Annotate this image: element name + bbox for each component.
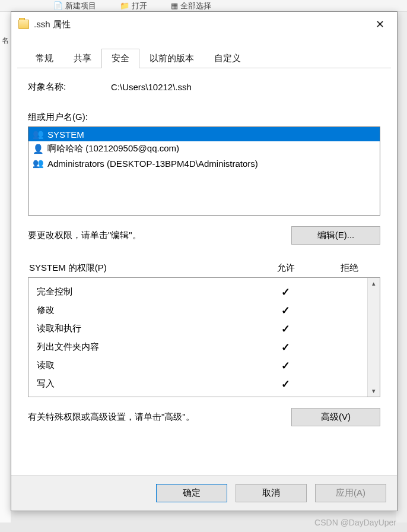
permission-allow: ✓ — [256, 378, 315, 391]
permission-row: 读取✓ — [37, 356, 367, 375]
tab-4[interactable]: 自定义 — [204, 49, 251, 68]
permission-name: 修改 — [37, 305, 256, 316]
security-tab-panel: 对象名称: C:\Users\10212\.ssh 组或用户名(G): 👥SYS… — [11, 68, 397, 475]
background-sidebar: 名 — [0, 12, 11, 522]
admins-icon: 👥 — [32, 158, 44, 169]
close-icon: ✕ — [376, 18, 384, 31]
user-icon: 👤 — [32, 144, 44, 154]
user-name: Administrators (DESKTOP-13BPM4D\Administ… — [47, 159, 258, 169]
folder-icon: 📁 — [120, 1, 129, 10]
dialog-footer: 确定 取消 应用(A) — [11, 475, 397, 511]
user-item[interactable]: 👥SYSTEM — [28, 127, 380, 141]
permissions-scrollbar[interactable]: ▴ ▾ — [367, 278, 380, 397]
user-name: 啊哈哈哈 (1021209505@qq.com) — [47, 143, 179, 154]
permission-row: 列出文件夹内容✓ — [37, 338, 367, 356]
tab-0[interactable]: 常规 — [26, 49, 63, 68]
tab-1[interactable]: 共享 — [63, 49, 101, 68]
user-name: SYSTEM — [47, 129, 84, 140]
background-right — [396, 12, 407, 522]
bg-select-all[interactable]: ▦全部选择 — [171, 1, 211, 11]
permissions-table: 完全控制✓修改✓读取和执行✓列出文件夹内容✓读取✓写入✓ ▴ ▾ — [28, 277, 380, 397]
watermark: CSDN @DayDayUper — [314, 518, 396, 527]
user-list[interactable]: 👥SYSTEM👤啊哈哈哈 (1021209505@qq.com)👥Adminis… — [28, 126, 380, 216]
tab-2[interactable]: 安全 — [101, 49, 139, 68]
scroll-down-icon[interactable]: ▾ — [368, 385, 380, 397]
properties-dialog: .ssh 属性 ✕ 常规共享安全以前的版本自定义 对象名称: C:\Users\… — [11, 11, 398, 511]
permission-allow: ✓ — [256, 304, 315, 317]
object-name-value: C:\Users\10212\.ssh — [111, 82, 192, 92]
permission-row: 写入✓ — [37, 375, 367, 393]
permission-name: 写入 — [37, 378, 256, 390]
permission-allow: ✓ — [256, 322, 315, 335]
scroll-up-icon[interactable]: ▴ — [368, 278, 380, 289]
ok-button[interactable]: 确定 — [156, 484, 227, 502]
group-icon: 👥 — [32, 129, 44, 140]
bg-new-project[interactable]: 📄新建项目 — [53, 1, 96, 11]
cancel-button[interactable]: 取消 — [236, 484, 307, 502]
close-button[interactable]: ✕ — [367, 15, 392, 34]
permission-name: 列出文件夹内容 — [37, 341, 256, 353]
permission-allow: ✓ — [256, 341, 315, 354]
tab-3[interactable]: 以前的版本 — [139, 49, 204, 68]
background-toolbar: 📄新建项目 📁打开 ▦全部选择 — [0, 0, 407, 12]
permission-row: 完全控制✓ — [37, 283, 367, 301]
edit-button[interactable]: 编辑(E)... — [291, 226, 380, 245]
advanced-button[interactable]: 高级(V) — [291, 408, 380, 426]
dialog-title: .ssh 属性 — [34, 19, 367, 30]
permission-row: 修改✓ — [37, 301, 367, 319]
folder-icon — [18, 20, 29, 29]
perm-header-deny: 拒绝 — [320, 262, 379, 274]
permission-row: 读取和执行✓ — [37, 319, 367, 338]
permission-name: 完全控制 — [37, 286, 256, 297]
user-item[interactable]: 👥Administrators (DESKTOP-13BPM4D\Adminis… — [28, 156, 380, 170]
permission-name: 读取和执行 — [37, 323, 256, 334]
tab-strip: 常规共享安全以前的版本自定义 — [17, 49, 391, 68]
permission-allow: ✓ — [256, 359, 315, 372]
edit-hint-text: 要更改权限，请单击"编辑"。 — [28, 230, 284, 241]
user-item[interactable]: 👤啊哈哈哈 (1021209505@qq.com) — [28, 141, 380, 156]
dialog-titlebar: .ssh 属性 ✕ — [11, 12, 397, 37]
object-name-label: 对象名称: — [28, 81, 111, 93]
permissions-label: SYSTEM 的权限(P) — [29, 262, 252, 274]
group-or-users-label: 组或用户名(G): — [28, 112, 380, 123]
permission-name: 读取 — [37, 360, 256, 371]
new-project-icon: 📄 — [53, 1, 63, 10]
advanced-hint-text: 有关特殊权限或高级设置，请单击"高级"。 — [28, 411, 284, 423]
permission-allow: ✓ — [256, 286, 315, 299]
perm-header-allow: 允许 — [252, 262, 320, 274]
select-all-icon: ▦ — [171, 1, 178, 10]
bg-open[interactable]: 📁打开 — [120, 1, 147, 11]
apply-button[interactable]: 应用(A) — [315, 484, 386, 502]
